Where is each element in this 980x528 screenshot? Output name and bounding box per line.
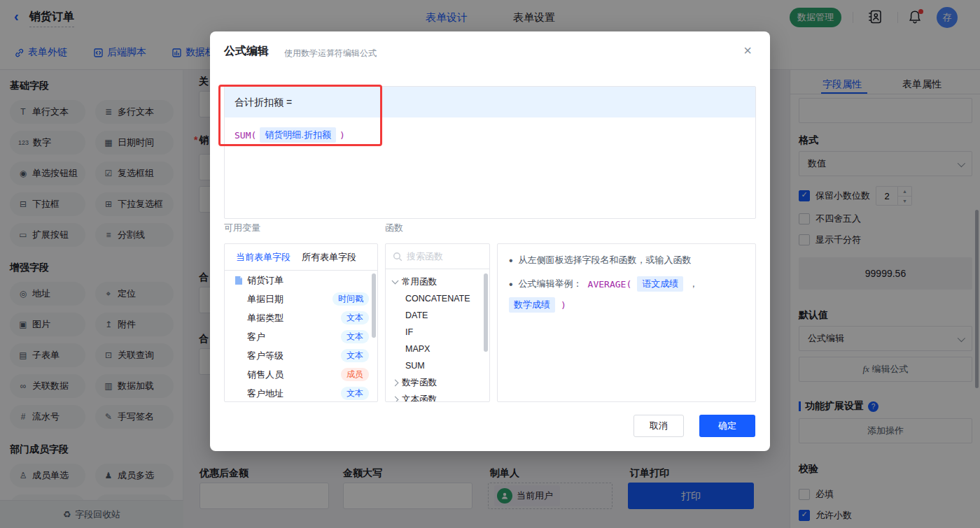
functions-label: 函数 <box>385 222 403 234</box>
function-item[interactable]: CONCATENATE <box>386 290 489 307</box>
close-icon[interactable]: × <box>743 43 752 59</box>
search-icon <box>393 252 402 262</box>
function-search <box>386 244 489 269</box>
formula-expression[interactable]: SUM( 销货明细.折扣额 ) <box>225 117 755 152</box>
type-badge: 文本 <box>341 311 369 324</box>
dialog-title: 公式编辑 <box>224 44 269 59</box>
formula-field-chip[interactable]: 销货明细.折扣额 <box>260 127 336 143</box>
function-item[interactable]: IF <box>386 324 489 341</box>
function-group-text[interactable]: 文本函数 <box>386 391 489 402</box>
variables-tabs: 当前表单字段 所有表单字段 <box>225 244 377 271</box>
function-group-common[interactable]: 常用函数 <box>386 273 489 290</box>
function-search-input[interactable] <box>407 251 477 262</box>
variable-row[interactable]: 单据类型文本 <box>225 308 377 327</box>
function-item[interactable]: MAPX <box>386 341 489 357</box>
type-badge: 文本 <box>341 330 369 343</box>
variables-scrollbar[interactable] <box>372 273 376 338</box>
tab-current-form-fields[interactable]: 当前表单字段 <box>236 251 290 264</box>
tips-panel: • 从左侧面板选择字段名和函数，或输入函数 • 公式编辑举例： AVERAGE(… <box>497 243 756 402</box>
variables-label: 可用变量 <box>224 222 260 234</box>
formula-target: 合计折扣额 = <box>225 87 755 117</box>
formula-function-open: SUM( <box>234 130 256 141</box>
example-field-chip: 数学成绩 <box>509 297 555 313</box>
variables-panel: 当前表单字段 所有表单字段 销货订单 单据日期时间戳 单据类型文本 客户文本 客… <box>224 243 378 402</box>
functions-panel: 常用函数 CONCATENATE DATE IF MAPX SUM 数学函数 文… <box>385 243 490 402</box>
chevron-right-icon <box>392 396 399 402</box>
example-field-chip: 语文成绩 <box>637 276 683 292</box>
example-function-open: AVERAGE( <box>588 279 632 290</box>
variable-row[interactable]: 单据日期时间戳 <box>225 290 377 308</box>
function-item[interactable]: DATE <box>386 307 489 324</box>
type-badge: 文本 <box>341 387 369 400</box>
variable-row[interactable]: 客户地址文本 <box>225 384 377 402</box>
tip-line: • 从左侧面板选择字段名和函数，或输入函数 <box>509 254 744 266</box>
variable-row[interactable]: 客户文本 <box>225 327 377 346</box>
function-group-math[interactable]: 数学函数 <box>386 374 489 391</box>
formula-edit-dialog: 公式编辑 使用数学运算符编辑公式 × 合计折扣额 = SUM( 销货明细.折扣额… <box>210 31 770 451</box>
chevron-right-icon <box>392 379 399 386</box>
function-item[interactable]: SUM <box>386 357 489 374</box>
type-badge: 成员 <box>341 368 369 381</box>
variable-row[interactable]: 销售人员成员 <box>225 365 377 384</box>
cancel-button[interactable]: 取消 <box>634 415 684 437</box>
chevron-down-icon <box>392 278 399 285</box>
example-function-close: ) <box>561 300 566 311</box>
form-doc-icon <box>234 276 243 285</box>
type-badge: 文本 <box>341 349 369 362</box>
functions-scrollbar[interactable] <box>484 273 488 352</box>
formula-function-close: ) <box>340 130 345 141</box>
confirm-button[interactable]: 确定 <box>699 415 755 437</box>
form-node[interactable]: 销货订单 <box>225 271 377 290</box>
type-badge: 时间戳 <box>332 292 369 306</box>
tip-example-line: • 公式编辑举例： AVERAGE( 语文成绩 ， 数学成绩 ) <box>509 276 744 313</box>
tab-all-form-fields[interactable]: 所有表单字段 <box>302 251 356 264</box>
dialog-subtitle: 使用数学运算符编辑公式 <box>284 48 377 59</box>
formula-editor[interactable]: 合计折扣额 = SUM( 销货明细.折扣额 ) <box>224 86 756 219</box>
variable-row[interactable]: 客户等级文本 <box>225 346 377 365</box>
